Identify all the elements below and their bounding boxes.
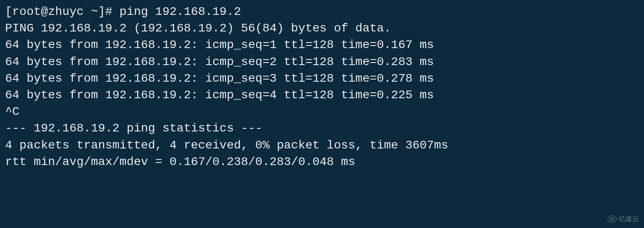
ping-reply: 64 bytes from 192.168.19.2: icmp_seq=2 t… [5, 54, 639, 70]
watermark: 亿速云 [607, 214, 639, 224]
stats-header: --- 192.168.19.2 ping statistics --- [5, 120, 639, 137]
command-line[interactable]: [root@zhuyc ~]# ping 192.168.19.2 [5, 3, 639, 20]
stats-summary: 4 packets transmitted, 4 received, 0% pa… [5, 137, 639, 154]
rtt-stats: rtt min/avg/max/mdev = 0.167/0.238/0.283… [5, 154, 639, 170]
ping-reply: 64 bytes from 192.168.19.2: icmp_seq=3 t… [5, 70, 639, 87]
interrupt-signal: ^C [5, 103, 639, 120]
ping-reply: 64 bytes from 192.168.19.2: icmp_seq=1 t… [5, 37, 639, 53]
ping-header: PING 192.168.19.2 (192.168.19.2) 56(84) … [5, 20, 639, 37]
shell-prompt: [root@zhuyc ~]# [5, 5, 120, 18]
cloud-icon [607, 216, 617, 222]
ping-reply: 64 bytes from 192.168.19.2: icmp_seq=4 t… [5, 87, 639, 103]
command-text: ping 192.168.19.2 [120, 5, 241, 18]
watermark-text: 亿速云 [618, 214, 639, 224]
